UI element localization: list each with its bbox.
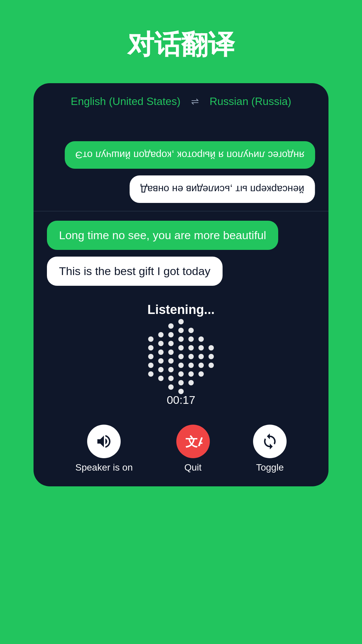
toggle-icon xyxy=(261,433,279,450)
toggle-control: Toggle xyxy=(253,425,287,473)
wave-col-4 xyxy=(178,319,184,394)
dot xyxy=(148,336,154,342)
dot xyxy=(178,354,184,359)
dot xyxy=(148,345,154,351)
dot xyxy=(178,380,184,385)
app-title: 对话翻译 xyxy=(127,27,235,63)
toggle-label: Toggle xyxy=(256,462,284,473)
translate-icon: 文A xyxy=(184,432,202,451)
quit-control: 文A Quit xyxy=(176,425,210,473)
speaker-control: Speaker is on xyxy=(75,425,133,473)
dot xyxy=(148,371,154,377)
dot xyxy=(198,345,204,351)
dot xyxy=(188,336,194,342)
waveform xyxy=(148,326,214,387)
dot xyxy=(188,371,194,377)
dot xyxy=(168,384,174,390)
dot xyxy=(178,371,184,377)
quit-label: Quit xyxy=(184,462,201,473)
quit-button[interactable]: 文A xyxy=(176,425,210,458)
flipped-bubble-green: Это лучший подарок, который я получил се… xyxy=(65,141,315,169)
dot xyxy=(178,319,184,324)
dot xyxy=(148,363,154,368)
dot xyxy=(158,341,164,346)
dot xyxy=(198,363,204,368)
speaker-icon xyxy=(95,433,113,450)
dot xyxy=(188,380,194,385)
dot xyxy=(168,341,174,346)
language-bar: English (United States) ⇌ Russian (Russi… xyxy=(34,83,328,117)
dot xyxy=(208,363,214,368)
dot xyxy=(158,350,164,355)
dot xyxy=(188,328,194,333)
message-bubble-white: This is the best gift I got today xyxy=(47,257,223,286)
dot xyxy=(208,345,214,351)
target-language[interactable]: Russian (Russia) xyxy=(209,95,291,108)
upper-chat-area: Это лучший подарок, который я получил се… xyxy=(34,117,328,211)
dot xyxy=(178,389,184,394)
speaker-label: Speaker is on xyxy=(75,462,133,473)
dot xyxy=(168,332,174,337)
dot xyxy=(178,345,184,351)
flipped-bubble-white: Давно не виделись, ты прекрасней xyxy=(130,175,315,203)
swap-icon[interactable]: ⇌ xyxy=(191,96,199,107)
timer-display: 00:17 xyxy=(167,393,195,407)
dot xyxy=(168,350,174,355)
main-card: English (United States) ⇌ Russian (Russi… xyxy=(34,83,328,486)
dot xyxy=(158,376,164,381)
dot xyxy=(178,328,184,333)
wave-col-3 xyxy=(168,323,174,390)
listening-label: Listening... xyxy=(147,303,215,317)
dot xyxy=(168,367,174,372)
dot xyxy=(178,363,184,368)
speaker-button[interactable] xyxy=(87,425,121,458)
bottom-controls: Speaker is on 文A Quit Toggle xyxy=(34,418,328,486)
dot xyxy=(158,358,164,364)
svg-text:文A: 文A xyxy=(185,435,202,449)
lower-chat-area: Long time no see, you are more beautiful… xyxy=(34,211,328,292)
wave-col-2 xyxy=(158,332,164,381)
dot xyxy=(178,336,184,342)
dot xyxy=(188,354,194,359)
dot xyxy=(208,354,214,359)
dot xyxy=(158,332,164,337)
dot xyxy=(188,345,194,351)
wave-col-1 xyxy=(148,336,154,377)
wave-col-6 xyxy=(198,336,204,377)
wave-col-7 xyxy=(208,345,214,368)
dot xyxy=(188,363,194,368)
wave-col-5 xyxy=(188,328,194,385)
source-language[interactable]: English (United States) xyxy=(71,95,180,108)
dot xyxy=(158,367,164,372)
dot xyxy=(198,371,204,377)
listening-section: Listening... xyxy=(34,292,328,418)
dot xyxy=(168,358,174,364)
dot xyxy=(148,354,154,359)
dot xyxy=(198,354,204,359)
message-bubble-green: Long time no see, you are more beautiful xyxy=(47,221,278,250)
toggle-button[interactable] xyxy=(253,425,287,458)
dot xyxy=(198,336,204,342)
dot xyxy=(168,376,174,381)
dot xyxy=(168,323,174,329)
